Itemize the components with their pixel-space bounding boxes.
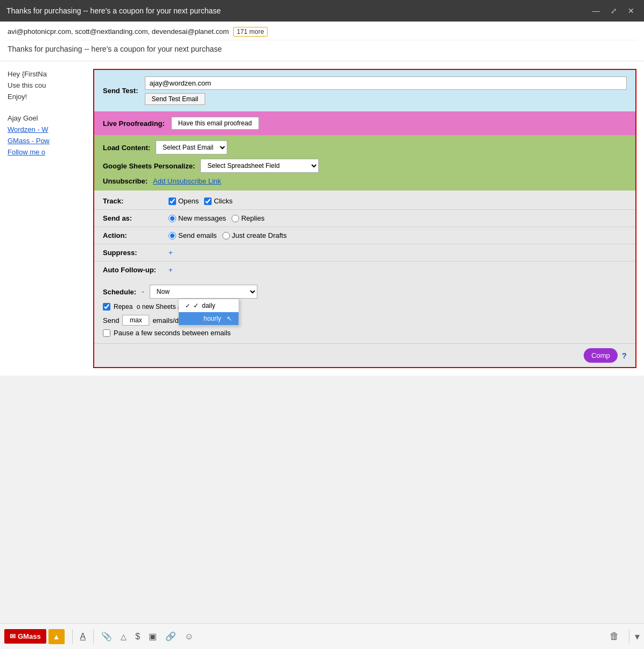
gmass-panel: Send Test: Send Test Email Live Proofrea…	[93, 69, 636, 368]
schedule-select[interactable]: Now	[150, 285, 257, 299]
google-drive-button[interactable]: △	[116, 630, 131, 644]
more-options-button[interactable]: ▾	[635, 631, 640, 643]
gmass-brand-button[interactable]: ✉ GMass	[4, 629, 46, 644]
trash-button[interactable]: 🗑	[605, 629, 624, 644]
proofreading-section: Live Proofreading: Have this email proof…	[94, 111, 635, 135]
send-emails-radio[interactable]	[169, 232, 176, 239]
attach-file-button[interactable]: 📎	[97, 629, 116, 644]
emoji-button[interactable]: ☺	[180, 630, 198, 644]
track-label: Track:	[103, 197, 162, 205]
preview-name: Ajay Goel	[8, 113, 86, 124]
unsubscribe-label: Unsubscribe:	[103, 177, 148, 185]
send-test-section: Send Test: Send Test Email	[94, 70, 635, 111]
more-recipients-badge[interactable]: 171 more	[233, 27, 268, 37]
send-as-label: Send as:	[103, 214, 162, 222]
suppress-label: Suppress:	[103, 249, 162, 257]
action-label: Action:	[103, 231, 162, 239]
cursor-icon: ↖	[227, 315, 232, 322]
trash-icon: 🗑	[610, 631, 619, 641]
maximize-button[interactable]: ⤢	[607, 5, 620, 16]
send-as-controls: New messages Replies	[169, 214, 264, 222]
preview-line1: Hey {FirstNa	[8, 69, 86, 80]
schedule-section: Schedule: - Now Repea o new Sheets addre…	[94, 280, 635, 343]
comp-button[interactable]: Comp	[584, 348, 618, 363]
dollar-icon: $	[135, 632, 140, 641]
title-bar: Thanks for purchasing -- here's a coupon…	[0, 0, 644, 22]
load-content-label: Load Content:	[103, 144, 150, 152]
clicks-checkbox-label[interactable]: Clicks	[204, 197, 233, 205]
gmass-logo-icon: ✉	[10, 632, 16, 640]
auto-followup-plus[interactable]: +	[169, 266, 173, 274]
close-button[interactable]: ✕	[625, 5, 638, 16]
new-messages-radio[interactable]	[169, 215, 176, 222]
opens-checkbox-label[interactable]: Opens	[169, 197, 199, 205]
recipient-list: avi@photonicpr.com, scott@nextlanding.co…	[8, 27, 229, 36]
send-test-email-input[interactable]	[145, 76, 627, 90]
google-sheets-select[interactable]: Select Spreadsheet Field	[200, 159, 319, 173]
just-create-drafts-radio-label[interactable]: Just create Drafts	[222, 231, 287, 239]
recipients-row: avi@photonicpr.com, scott@nextlanding.co…	[8, 27, 636, 37]
add-unsubscribe-link[interactable]: Add Unsubscribe Link	[153, 177, 221, 185]
load-content-row: Load Content: Select Past Email	[103, 140, 627, 154]
schedule-minus[interactable]: -	[142, 287, 144, 296]
daily-option[interactable]: ✓ daily	[179, 299, 239, 312]
hourly-option[interactable]: hourly ↖	[179, 312, 239, 325]
send-test-button[interactable]: Send Test Email	[145, 93, 206, 105]
image-icon: ▣	[149, 632, 157, 641]
chevron-down-icon: ▾	[635, 631, 640, 642]
opens-label: Opens	[178, 197, 199, 205]
just-create-drafts-radio[interactable]	[222, 232, 230, 239]
window-title: Thanks for purchasing -- here's a coupon…	[6, 6, 589, 15]
link-button[interactable]: 🔗	[161, 629, 180, 644]
emoji-icon: ☺	[185, 632, 193, 641]
toolbar-separator-1	[72, 629, 73, 644]
help-button[interactable]: ?	[622, 351, 627, 360]
toolbar-separator-3	[629, 629, 629, 644]
wordzen-link[interactable]: Wordzen - W	[8, 125, 48, 133]
repeat-checkbox[interactable]	[103, 303, 110, 311]
suppress-plus[interactable]: +	[169, 249, 173, 257]
repeat-row: Repea o new Sheets addresses ✓ daily hou…	[103, 303, 627, 311]
send-label: Send	[103, 316, 119, 325]
toolbar-right: 🗑 ▾	[605, 629, 640, 644]
new-messages-radio-label[interactable]: New messages	[169, 214, 226, 222]
send-emails-radio-label[interactable]: Send emails	[169, 231, 217, 239]
proofread-button[interactable]: Have this email proofread	[171, 117, 259, 130]
window-controls: — ⤢ ✕	[589, 5, 638, 16]
preview-line3: Enjoy!	[8, 91, 86, 103]
auto-followup-row: Auto Follow-up: +	[94, 262, 635, 278]
preview-line2: Use this cou	[8, 80, 86, 91]
hourly-label: hourly	[204, 315, 221, 322]
track-controls: Opens Clicks	[169, 197, 233, 205]
pause-checkbox[interactable]	[103, 329, 110, 337]
gmass-link[interactable]: GMass - Pow	[8, 137, 50, 145]
action-row: Action: Send emails Just create Drafts	[94, 227, 635, 244]
image-button[interactable]: ▣	[144, 629, 161, 644]
load-content-select[interactable]: Select Past Email	[156, 140, 227, 154]
format-text-button[interactable]: A	[76, 630, 90, 644]
send-test-controls: Send Test Email	[145, 76, 627, 105]
clicks-checkbox[interactable]	[204, 197, 212, 205]
suppress-row: Suppress: +	[94, 244, 635, 262]
replies-radio-label[interactable]: Replies	[232, 214, 264, 222]
proofreading-label: Live Proofreading:	[103, 119, 165, 128]
track-row: Track: Opens Clicks	[94, 193, 635, 210]
follow-me-link[interactable]: Follow me o	[8, 148, 45, 156]
clicks-label: Clicks	[214, 197, 233, 205]
frequency-dropdown[interactable]: ✓ daily hourly ↖	[178, 299, 239, 326]
send-as-row: Send as: New messages Replies	[94, 210, 635, 227]
just-create-drafts-label: Just create Drafts	[232, 231, 287, 239]
gmass-alert-button[interactable]: ▲	[48, 629, 65, 644]
toolbar-separator-2	[93, 629, 94, 644]
minimize-button[interactable]: —	[589, 5, 603, 16]
opens-checkbox[interactable]	[169, 197, 176, 205]
alert-icon: ▲	[53, 632, 60, 641]
replies-radio[interactable]	[232, 215, 239, 222]
daily-checkmark: ✓	[193, 302, 199, 309]
send-max-input[interactable]	[122, 315, 149, 326]
gmass-label: GMass	[18, 632, 41, 640]
main-area: Hey {FirstNa Use this cou Enjoy! Ajay Go…	[0, 61, 644, 376]
dollar-button[interactable]: $	[131, 630, 144, 644]
repeat-label: Repea	[114, 303, 132, 311]
action-controls: Send emails Just create Drafts	[169, 231, 286, 239]
